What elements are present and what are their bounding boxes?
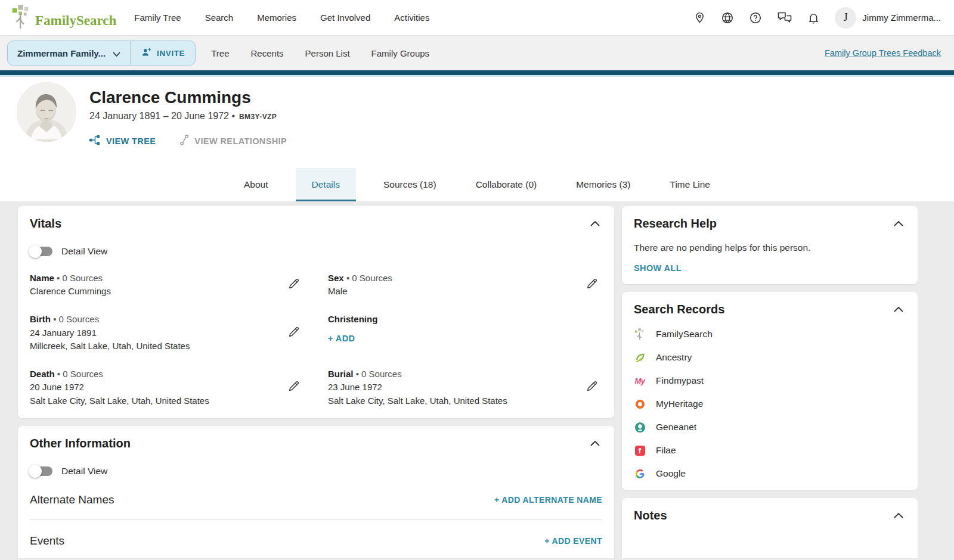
- provider-google[interactable]: Google: [634, 468, 906, 480]
- vital-field-sex: Sex • 0 Sources Male: [328, 271, 602, 298]
- notes-title: Notes: [634, 509, 667, 522]
- provider-myheritage[interactable]: MyHeritage: [634, 398, 906, 410]
- other-info-detail-view-label: Detail View: [61, 466, 107, 477]
- location-pin-icon[interactable]: [693, 11, 706, 24]
- nav-memories[interactable]: Memories: [257, 13, 296, 23]
- group-nav-recents[interactable]: Recents: [251, 48, 284, 58]
- provider-familysearch[interactable]: FamilySearch: [634, 328, 906, 340]
- tab-collaborate[interactable]: Collaborate (0): [472, 168, 541, 201]
- provider-findmypast[interactable]: My Findmypast: [634, 375, 906, 387]
- field-label: Burial: [328, 369, 354, 379]
- google-g-icon: [634, 468, 646, 480]
- group-nav-tree[interactable]: Tree: [211, 48, 229, 58]
- provider-name: Findmypast: [656, 375, 704, 386]
- edit-sex-pencil-icon[interactable]: [582, 275, 602, 295]
- field-value: Male: [328, 285, 582, 298]
- field-label: Christening: [328, 314, 377, 324]
- familysearch-logo[interactable]: FamilySearch: [11, 5, 116, 31]
- add-event-link[interactable]: + ADD EVENT: [544, 536, 602, 546]
- person-actions: VIEW TREE VIEW RELATIONSHIP: [89, 135, 287, 147]
- notes-collapse-button[interactable]: [891, 511, 906, 521]
- tab-details[interactable]: Details: [296, 168, 356, 201]
- provider-list: FamilySearch Ancestry My Findmyp: [634, 328, 906, 480]
- research-help-empty-message: There are no pending helps for this pers…: [634, 242, 906, 253]
- notes-card: Notes: [622, 498, 918, 558]
- field-label: Death: [30, 369, 55, 379]
- group-nav-family-groups[interactable]: Family Groups: [371, 48, 430, 58]
- vitals-detail-view-toggle[interactable]: [30, 247, 52, 256]
- globe-language-icon[interactable]: [721, 11, 734, 24]
- person-add-icon: [141, 46, 152, 60]
- add-christening-link[interactable]: + ADD: [328, 332, 355, 346]
- vital-field-birth: Birth • 0 Sources 24 January 1891 Millcr…: [30, 313, 304, 353]
- main-nav: Family Tree Search Memories Get Involved…: [134, 13, 429, 23]
- nav-get-involved[interactable]: Get Involved: [320, 13, 370, 23]
- left-column: Vitals Detail View Name • 0 Sources: [18, 206, 614, 558]
- edit-burial-pencil-icon[interactable]: [582, 377, 602, 397]
- invite-button[interactable]: INVITE: [131, 41, 195, 65]
- other-info-detail-view-toggle[interactable]: [30, 466, 52, 476]
- tab-timeline[interactable]: Time Line: [666, 168, 713, 201]
- details-content: Vitals Detail View Name • 0 Sources: [0, 201, 954, 558]
- field-label: Birth: [30, 314, 51, 324]
- person-header: Clarence Cummings 24 January 1891 – 20 J…: [0, 77, 954, 168]
- search-records-card: Search Records FamilySearch: [622, 292, 918, 490]
- view-relationship-button[interactable]: VIEW RELATIONSHIP: [179, 135, 287, 147]
- search-records-collapse-button[interactable]: [891, 304, 906, 315]
- tab-about[interactable]: About: [240, 168, 272, 201]
- provider-name: Ancestry: [656, 352, 692, 363]
- view-tree-button[interactable]: VIEW TREE: [89, 135, 156, 147]
- other-information-title: Other Information: [30, 437, 131, 450]
- invite-label: INVITE: [157, 49, 185, 58]
- user-menu[interactable]: J Jimmy Zimmerma...: [835, 7, 941, 29]
- provider-name: Google: [656, 468, 686, 479]
- provider-filae[interactable]: f Filae: [634, 444, 906, 456]
- nav-search[interactable]: Search: [205, 13, 234, 23]
- field-sources: • 0 Sources: [346, 273, 392, 283]
- edit-birth-pencil-icon[interactable]: [284, 323, 304, 343]
- vitals-collapse-button[interactable]: [588, 219, 602, 229]
- field-sources: • 0 Sources: [57, 369, 103, 379]
- notifications-bell-icon[interactable]: [807, 11, 820, 24]
- view-relationship-label: VIEW RELATIONSHIP: [194, 136, 287, 146]
- top-header: FamilySearch Family Tree Search Memories…: [0, 0, 954, 36]
- section-divider: [30, 519, 602, 520]
- vital-field-death: Death • 0 Sources 20 June 1972 Salt Lake…: [30, 368, 304, 408]
- field-place: Salt Lake City, Salt Lake, Utah, United …: [30, 394, 284, 408]
- other-information-collapse-button[interactable]: [588, 438, 602, 449]
- nav-activities[interactable]: Activities: [394, 13, 429, 23]
- tab-memories[interactable]: Memories (3): [572, 168, 634, 201]
- myheritage-ring-icon: [634, 398, 646, 410]
- family-group-nav: Tree Recents Person List Family Groups: [211, 48, 429, 58]
- provider-geneanet[interactable]: Geneanet: [634, 421, 906, 433]
- research-help-collapse-button[interactable]: [891, 219, 906, 229]
- person-portrait[interactable]: [17, 82, 76, 142]
- help-icon[interactable]: [749, 11, 762, 24]
- nav-family-tree[interactable]: Family Tree: [134, 13, 181, 23]
- tab-sources[interactable]: Sources (18): [380, 168, 440, 201]
- provider-name: FamilySearch: [656, 329, 713, 340]
- show-all-link[interactable]: SHOW ALL: [634, 263, 682, 273]
- field-value: 20 June 1972: [30, 381, 284, 394]
- edit-death-pencil-icon[interactable]: [284, 377, 304, 397]
- family-group-name: Zimmerman Family...: [17, 48, 106, 58]
- vitals-title: Vitals: [30, 217, 61, 231]
- chevron-down-icon: [113, 48, 120, 58]
- user-avatar[interactable]: J: [835, 7, 856, 29]
- family-group-trees-feedback-link[interactable]: Family Group Trees Feedback: [825, 48, 941, 58]
- provider-ancestry[interactable]: Ancestry: [634, 351, 906, 363]
- alternate-names-title: Alternate Names: [30, 493, 114, 506]
- field-sources: • 0 Sources: [57, 273, 103, 283]
- edit-name-pencil-icon[interactable]: [284, 275, 304, 295]
- messages-icon[interactable]: [777, 11, 792, 24]
- person-name: Clarence Cummings: [89, 88, 287, 107]
- lifespan-dates: 24 January 1891 – 20 June 1972 •: [89, 111, 235, 122]
- group-nav-person-list[interactable]: Person List: [305, 48, 350, 58]
- other-information-card: Other Information Detail View Alternate …: [18, 426, 614, 558]
- filae-icon: f: [634, 444, 646, 456]
- research-help-card: Research Help There are no pending helps…: [622, 206, 918, 284]
- add-alternate-name-link[interactable]: + ADD ALTERNATE NAME: [494, 495, 602, 505]
- vital-field-burial: Burial • 0 Sources 23 June 1972 Salt Lak…: [328, 368, 602, 408]
- family-group-selector[interactable]: Zimmerman Family...: [8, 41, 130, 65]
- person-lifespan: 24 January 1891 – 20 June 1972 • BM3Y-VZ…: [89, 111, 287, 122]
